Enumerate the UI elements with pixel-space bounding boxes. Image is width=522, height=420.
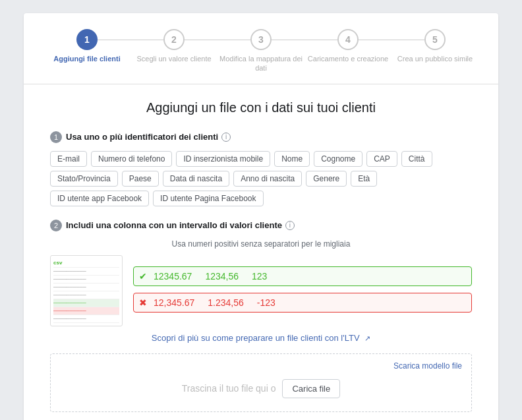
download-template-link[interactable]: Scarica modello file <box>393 361 462 371</box>
bad-number-1: 12,345.67 <box>154 297 194 308</box>
stepper: 1Aggiungi file clienti2Scegli un valore … <box>24 13 498 84</box>
upload-placeholder: Trascina il tuo file qui o <box>182 383 276 394</box>
section2-header: 2 Includi una colonna con un intervallo … <box>50 220 472 231</box>
cross-icon: ✖ <box>139 297 147 308</box>
tag-item[interactable]: E-mail <box>50 151 87 167</box>
checkmark-icon: ✔ <box>139 271 147 282</box>
step-4: 4Caricamento e creazione <box>304 29 392 63</box>
tag-item[interactable]: Genere <box>306 171 347 187</box>
tag-item[interactable]: ID inserzionista mobile <box>176 151 270 167</box>
good-number-2: 1234,56 <box>205 271 239 282</box>
section2: 2 Includi una colonna con un intervallo … <box>50 220 472 412</box>
step-circle-2: 2 <box>163 29 185 50</box>
upload-button[interactable]: Carica file <box>282 379 340 398</box>
good-number-1: 12345.67 <box>154 271 192 282</box>
section2-label: Includi una colonna con un intervallo di… <box>66 220 282 230</box>
ltv-link-container: Scopri di più su come preparare un file … <box>50 333 472 343</box>
step-label-3: Modifica la mappatura dei dati <box>218 54 304 73</box>
tag-item[interactable]: Stato/Provincia <box>50 171 118 187</box>
tag-item[interactable]: Numero di telefono <box>91 151 172 167</box>
step-2: 2Scegli un valore cliente <box>130 29 218 63</box>
boxes-column: ✔ 12345.67 1234,56 123 ✖ 12,345.67 1.234… <box>133 266 472 315</box>
step-circle-1: 1 <box>76 29 98 50</box>
upload-area: Scarica modello file Trascina il tuo fil… <box>50 353 472 412</box>
tags-row-3: ID utente app FacebookID utente Pagina F… <box>50 191 472 206</box>
section1-number: 1 <box>50 131 62 143</box>
tag-item[interactable]: ID utente app Facebook <box>50 191 149 206</box>
step-circle-4: 4 <box>337 29 359 50</box>
tag-item[interactable]: Cognome <box>314 151 362 167</box>
bad-number-3: -123 <box>257 297 276 308</box>
tag-item[interactable]: Età <box>351 171 377 187</box>
page-title: Aggiungi un file con i dati sui tuoi cli… <box>50 100 472 115</box>
step-label-4: Caricamento e creazione <box>308 54 388 63</box>
main-card: 1Aggiungi file clienti2Scegli un valore … <box>24 13 498 420</box>
content-area: Aggiungi un file con i dati sui tuoi cli… <box>24 84 498 420</box>
step-3: 3Modifica la mappatura dei dati <box>218 29 304 73</box>
section2-number: 2 <box>50 220 62 231</box>
tag-item[interactable]: ID utente Pagina Facebook <box>153 191 263 206</box>
tag-item[interactable]: Paese <box>122 171 159 187</box>
section1-info-icon[interactable]: i <box>221 133 231 142</box>
bad-number-2: 1.234,56 <box>208 297 244 308</box>
download-link-container: Scarica modello file <box>393 361 462 371</box>
section1-header: 1 Usa uno o più identificatori dei clien… <box>50 131 472 143</box>
bad-preview-box: ✖ 12,345.67 1.234,56 -123 <box>133 293 472 313</box>
tag-item[interactable]: Città <box>401 151 432 167</box>
csv-illustration: csv ────────── ────────── ────────── ───… <box>50 255 123 326</box>
tag-item[interactable]: Data di nascita <box>163 171 229 187</box>
step-circle-5: 5 <box>424 29 446 50</box>
step-circle-3: 3 <box>250 29 272 50</box>
good-preview-box: ✔ 12345.67 1234,56 123 <box>133 266 472 286</box>
preview-wrapper: csv ────────── ────────── ────────── ───… <box>50 255 472 326</box>
section1: 1 Usa uno o più identificatori dei clien… <box>50 131 472 206</box>
external-link-icon: ↗ <box>364 334 370 342</box>
tag-item[interactable]: CAP <box>366 151 397 167</box>
section1-label: Usa uno o più identificatori dei clienti <box>66 132 218 142</box>
tag-item[interactable]: Anno di nascita <box>233 171 302 187</box>
step-5: 5Crea un pubblico simile <box>392 29 478 63</box>
ltv-link[interactable]: Scopri di più su come preparare un file … <box>152 333 360 343</box>
tag-item[interactable]: Nome <box>274 151 310 167</box>
tags-row-1: E-mailNumero di telefonoID inserzionista… <box>50 151 472 167</box>
section2-info-icon[interactable]: i <box>285 221 295 230</box>
hint-text: Usa numeri positivi senza separatori per… <box>50 239 472 249</box>
good-number-3: 123 <box>252 271 267 282</box>
upload-inner: Trascina il tuo file qui o Carica file <box>64 379 458 398</box>
step-1: 1Aggiungi file clienti <box>44 29 130 63</box>
step-label-5: Crea un pubblico simile <box>397 54 473 63</box>
step-label-2: Scegli un valore cliente <box>136 54 211 63</box>
step-label-1: Aggiungi file clienti <box>53 54 120 63</box>
tags-row-2: Stato/ProvinciaPaeseData di nascitaAnno … <box>50 171 472 187</box>
